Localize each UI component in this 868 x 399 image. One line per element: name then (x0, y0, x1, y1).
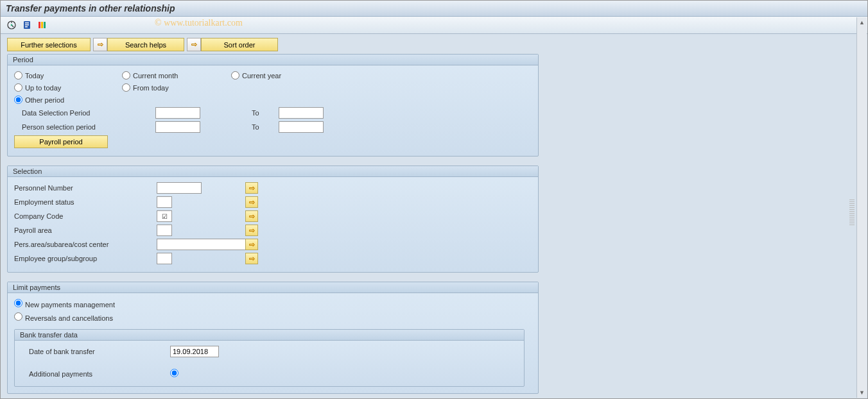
reversals-radio[interactable]: Reversals and cancellations (14, 312, 113, 322)
resize-grip-icon[interactable] (849, 200, 855, 225)
selection-field-input[interactable] (157, 196, 172, 208)
bank-date-input[interactable] (170, 346, 219, 357)
company-code-checkbox[interactable]: ☑ (157, 210, 172, 222)
multiple-selection-button[interactable]: ⇨ (245, 210, 258, 222)
selection-field-label: Personnel Number (14, 184, 157, 192)
main-content: Further selections ⇨ Search helps ⇨ Sort… (1, 34, 867, 398)
svg-rect-8 (44, 22, 46, 28)
radio-label: Up to today (25, 84, 61, 92)
additional-payments-label: Additional payments (21, 370, 170, 378)
selection-field-input[interactable] (157, 253, 172, 264)
selection-legend: Selection (8, 166, 538, 177)
arrow-right-icon: ⇨ (249, 212, 255, 221)
bank-transfer-group: Bank transfer data Date of bank transfer… (14, 329, 525, 387)
selection-field-input[interactable] (157, 182, 202, 194)
svg-rect-5 (25, 26, 28, 28)
multiple-selection-button[interactable]: ⇨ (245, 182, 258, 194)
limit-payments-group: Limit payments New payments management R… (7, 282, 539, 394)
scroll-up-icon[interactable]: ▲ (857, 17, 867, 28)
selection-field-label: Employment status (14, 198, 157, 206)
multiple-selection-button[interactable]: ⇨ (245, 196, 258, 208)
radio-label: Current year (242, 72, 281, 80)
period-group: Period Today Current month Current year … (7, 54, 539, 157)
action-buttons-row: Further selections ⇨ Search helps ⇨ Sort… (7, 38, 861, 51)
scroll-down-icon[interactable]: ▼ (857, 387, 867, 398)
selection-field-input[interactable] (157, 225, 172, 236)
execute-icon[interactable] (6, 19, 17, 31)
person-selection-to-input[interactable] (279, 121, 324, 133)
arrow-right-icon: ⇨ (249, 226, 255, 235)
period-other-radio[interactable]: Other period (14, 96, 122, 104)
period-legend: Period (8, 55, 538, 65)
limit-legend: Limit payments (8, 282, 538, 293)
radio-label: From today (133, 84, 169, 92)
variant-icon[interactable] (37, 19, 48, 31)
person-selection-period-label: Person selection period (14, 123, 155, 131)
selection-field-input[interactable] (157, 239, 250, 250)
radio-label: New payments management (25, 301, 115, 309)
page-title: Transfer payments in other relationship (1, 1, 867, 17)
payroll-period-button[interactable]: Payroll period (14, 135, 108, 148)
arrow-right-icon: ⇨ (249, 198, 255, 207)
selection-field-label: Company Code (14, 212, 157, 220)
radio-label: Current month (133, 72, 178, 80)
data-selection-period-label: Data Selection Period (14, 109, 155, 117)
period-up-to-today-radio[interactable]: Up to today (14, 83, 122, 92)
data-selection-to-input[interactable] (279, 107, 324, 119)
watermark-text: © www.tutorialkart.com (155, 18, 243, 28)
arrow-right-icon: ⇨ (249, 184, 255, 192)
period-current-month-radio[interactable]: Current month (122, 71, 231, 80)
arrow-right-icon: ⇨ (249, 241, 255, 249)
svg-rect-4 (25, 24, 29, 26)
period-today-radio[interactable]: Today (14, 71, 122, 80)
info-icon[interactable] (21, 19, 33, 31)
period-from-today-radio[interactable]: From today (122, 83, 231, 92)
selection-row: Personnel Number⇨ (14, 181, 532, 195)
to-label: To (252, 123, 279, 131)
vertical-scrollbar[interactable]: ▲ ▼ (856, 17, 867, 398)
selection-field-label: Payroll area (14, 226, 157, 234)
selection-row: Pers.area/subarea/cost center⇨ (14, 237, 532, 251)
further-selections-button[interactable]: Further selections (7, 38, 91, 51)
arrow-right-icon: ⇨ (249, 255, 255, 263)
selection-row: Company Code☑⇨ (14, 209, 532, 223)
svg-rect-6 (39, 22, 40, 28)
selection-row: Employee group/subgroup⇨ (14, 251, 532, 266)
additional-payments-radio[interactable] (170, 369, 181, 378)
radio-label: Today (25, 72, 44, 80)
bank-legend: Bank transfer data (15, 330, 524, 341)
selection-row: Payroll area⇨ (14, 223, 532, 237)
period-current-year-radio[interactable]: Current year (231, 71, 281, 80)
arrow-icon[interactable]: ⇨ (187, 38, 201, 51)
data-selection-from-input[interactable] (155, 107, 200, 119)
multiple-selection-button[interactable]: ⇨ (245, 225, 258, 236)
selection-group: Selection Personnel Number⇨Employment st… (7, 166, 539, 273)
app-toolbar: © www.tutorialkart.com (1, 17, 867, 34)
search-helps-button[interactable]: Search helps (107, 38, 184, 51)
svg-rect-7 (41, 22, 43, 28)
arrow-icon[interactable]: ⇨ (93, 38, 107, 51)
person-selection-from-input[interactable] (155, 121, 200, 133)
svg-point-1 (11, 24, 13, 26)
selection-row: Employment status⇨ (14, 195, 532, 209)
radio-label: Other period (25, 96, 64, 104)
selection-field-label: Employee group/subgroup (14, 255, 157, 262)
svg-rect-3 (25, 22, 29, 24)
new-payments-radio[interactable]: New payments management (14, 299, 115, 309)
radio-label: Reversals and cancellations (25, 314, 113, 322)
multiple-selection-button[interactable]: ⇨ (245, 239, 258, 250)
to-label: To (252, 109, 279, 117)
sort-order-button[interactable]: Sort order (201, 38, 278, 51)
bank-date-label: Date of bank transfer (21, 348, 170, 355)
selection-field-label: Pers.area/subarea/cost center (14, 241, 157, 248)
multiple-selection-button[interactable]: ⇨ (245, 253, 258, 264)
